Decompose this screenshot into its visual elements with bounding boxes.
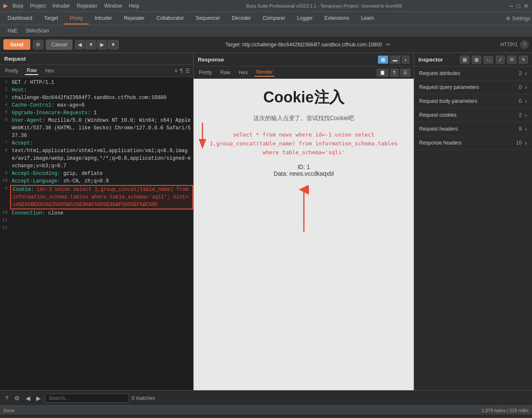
request-tabs: Pretty Raw Hex ≡ ¶ ☰ — [0, 65, 193, 77]
inspector-request-attributes[interactable]: Request attributes 2 › — [414, 67, 532, 80]
tab-decoder[interactable]: Decoder — [226, 13, 257, 24]
inspector-title: Inspector — [418, 56, 458, 63]
response-title: Response — [198, 56, 224, 63]
req-icon-2[interactable]: ¶ — [180, 68, 183, 74]
inspector-response-headers[interactable]: Response headers 10 › — [414, 136, 532, 150]
code-line: 7 Accept: — [0, 139, 193, 147]
inspector-request-headers[interactable]: Request headers 9 › — [414, 122, 532, 136]
resp-tab-pretty[interactable]: Pretty — [197, 69, 213, 76]
req-tab-pretty[interactable]: Pretty — [3, 67, 20, 75]
menu-burp[interactable]: Burp — [13, 3, 23, 9]
code-line: 6 User-Agent: Mozilla/5.0 (Windows NT 10… — [0, 117, 193, 139]
inspector-request-query[interactable]: Request query parameters 0 › — [414, 80, 532, 94]
tab-dashboard[interactable]: Dashboard — [2, 13, 38, 24]
cookie-line: 9 Cookie: id=-1 union select 1,group_con… — [0, 185, 193, 209]
tab-logger[interactable]: Logger — [291, 13, 319, 24]
nav-down2-button[interactable]: ▼ — [108, 40, 119, 49]
menu-project[interactable]: Project — [30, 3, 45, 9]
inspector-request-body[interactable]: Request body parameters 0 › — [414, 94, 532, 108]
minimize-button[interactable]: ─ — [509, 3, 513, 9]
back-button[interactable]: ◀ — [75, 40, 85, 49]
response-tabs: Pretty Raw Hex Render 📋 ¶ ☰ — [194, 67, 414, 79]
settings-gear-icon[interactable]: ⚙ — [506, 16, 511, 21]
help-bottom-icon[interactable]: ? — [3, 394, 10, 402]
resp-tab-render[interactable]: Render — [255, 68, 274, 77]
close-button[interactable]: ✕ — [524, 3, 529, 9]
inspector-close-btn[interactable]: ✕ — [519, 56, 528, 64]
req-icon-3[interactable]: ☰ — [185, 68, 190, 74]
maximize-button[interactable]: □ — [517, 3, 520, 9]
nav-arrows: ◀ ▼ ▶ ▼ — [75, 40, 119, 49]
inspector-view-btn-1[interactable]: ▦ — [460, 56, 469, 64]
menu-help[interactable]: Help — [129, 3, 139, 9]
resp-icon-3[interactable]: ☰ — [400, 69, 410, 77]
subtab-shiroscan[interactable]: ShiroScan — [21, 26, 53, 35]
render-data: Data: news,vccdkaqxbl — [202, 170, 405, 177]
tab-learn[interactable]: Learn — [355, 13, 380, 24]
target-label: Target: http://challenge-6bc6442fd23684f… — [225, 42, 382, 48]
response-view-icons: ▦ ▬ ▪ — [378, 56, 410, 64]
inspector-request-cookies[interactable]: Request cookies 2 › — [414, 108, 532, 122]
resp-icon-2[interactable]: ¶ — [390, 69, 399, 77]
settings-button[interactable]: ⚙ — [33, 40, 43, 49]
search-input[interactable] — [45, 394, 129, 403]
status-right: 1,078 bytes | 228 millis — [481, 408, 529, 413]
inspector-collapse-btn[interactable]: ↑↓ — [484, 56, 493, 64]
render-content: Cookie注入 这次的输入点变了。尝试找找Cookie吧 select * f… — [194, 79, 414, 246]
code-line: 11 — [0, 217, 193, 225]
view-btn-3[interactable]: ▪ — [402, 56, 410, 64]
matches-text: 0 matches — [132, 395, 155, 401]
nav-down-button[interactable]: ▼ — [85, 40, 96, 49]
req-icon-1[interactable]: ≡ — [175, 68, 178, 74]
resp-tab-hex[interactable]: Hex — [237, 69, 249, 76]
inspector-expand-btn[interactable]: ⤢ — [496, 56, 505, 64]
view-btn-2[interactable]: ▬ — [390, 56, 400, 64]
code-line: 8 text/html,application/xhtml+xml,applic… — [0, 147, 193, 170]
inspector-header: Inspector ▦ ▦ ↑↓ ⤢ ⚙ ✕ — [414, 53, 532, 67]
title-bar-menu: Burp Project Intruder Repeater Window He… — [13, 3, 139, 9]
render-sql: select * from news where id=-1 union sel… — [202, 131, 405, 157]
forward-bottom-icon[interactable]: ▶ — [35, 394, 43, 402]
req-tab-hex[interactable]: Hex — [43, 67, 56, 75]
tab-target[interactable]: Target — [38, 13, 64, 24]
back-bottom-icon[interactable]: ◀ — [24, 394, 32, 402]
menu-window[interactable]: Window — [104, 3, 122, 9]
tab-comparer[interactable]: Comparer — [257, 13, 291, 24]
subtab-hae[interactable]: HaE — [3, 26, 21, 35]
render-subtitle: 这次的输入点变了。尝试找找Cookie吧 — [202, 115, 405, 122]
resp-tab-raw[interactable]: Raw — [218, 69, 232, 76]
menu-repeater[interactable]: Repeater — [77, 3, 97, 9]
tab-sequencer[interactable]: Sequencer — [190, 13, 226, 24]
inspector-view-btn-2[interactable]: ▦ — [472, 56, 481, 64]
tab-proxy[interactable]: Proxy — [64, 13, 89, 24]
code-line: 10 Connection: close — [0, 209, 193, 217]
code-line: 9 Accept-Encoding: gzip, deflate — [0, 170, 193, 177]
view-btn-1[interactable]: ▦ — [378, 56, 388, 64]
settings-label[interactable]: Settings — [512, 16, 530, 21]
help-button[interactable]: ? — [520, 40, 529, 49]
app-logo: ▶ — [3, 3, 8, 9]
tab-intruder[interactable]: Intruder — [89, 13, 118, 24]
render-id: ID: 1 — [202, 163, 405, 170]
request-editor[interactable]: 1 GET / HTTP/1.1 2 Host: 3 challenge-6bc… — [0, 77, 193, 390]
tab-repeater[interactable]: Repeater — [118, 13, 150, 24]
cancel-button[interactable]: Cancel — [46, 40, 72, 50]
forward-button[interactable]: ▶ — [97, 40, 107, 49]
settings-bottom-icon[interactable]: ⚙ — [13, 394, 21, 402]
main-tabs: Dashboard Target Proxy Intruder Repeater… — [0, 12, 532, 25]
tab-extensions[interactable]: Extensions — [319, 13, 355, 24]
inspector-gear-btn[interactable]: ⚙ — [507, 56, 516, 64]
inspector-panel: Inspector ▦ ▦ ↑↓ ⤢ ⚙ ✕ Request attribute… — [414, 53, 532, 390]
render-title: Cookie注入 — [202, 87, 405, 108]
menu-intruder[interactable]: Intruder — [53, 3, 70, 9]
edit-target-icon[interactable]: ✏ — [386, 42, 390, 48]
code-line: 5 Upgrade-Insecure-Requests: 1 — [0, 109, 193, 117]
req-tab-icons: ≡ ¶ ☰ — [175, 68, 190, 74]
resp-icon-1[interactable]: 📋 — [377, 69, 388, 77]
arrow-up-to-data — [291, 185, 317, 236]
tab-collaborator[interactable]: Collaborator — [151, 13, 190, 24]
target-info: Target: http://challenge-6bc6442fd23684f… — [121, 42, 495, 48]
content-area: Request Pretty Raw Hex ≡ ¶ ☰ 1 GET / HTT… — [0, 53, 532, 390]
req-tab-raw[interactable]: Raw — [25, 67, 38, 75]
send-button[interactable]: Send — [3, 39, 30, 50]
